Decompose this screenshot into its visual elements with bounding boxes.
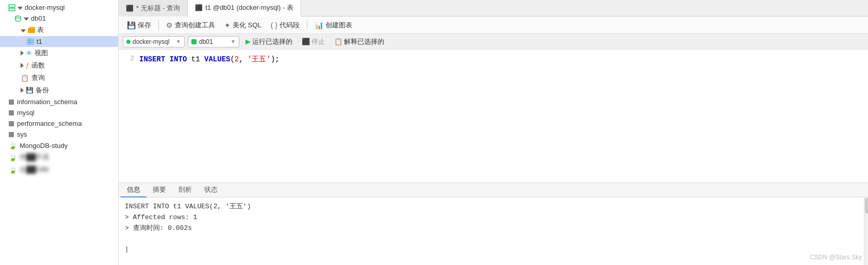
tab-bar: ⬛ * 无标题 - 查询 ⬛ t1 @db01 (docker-mysql) -…	[119, 0, 868, 16]
output-line-1: INSERT INTO t1 VALUES(2, '王五')	[125, 202, 862, 212]
db-gray-icon-4	[8, 131, 14, 138]
editor-area[interactable]: 2 INSERT INTO t1 VALUES(2, '王五');	[119, 49, 868, 183]
sidebar-item-blurred1[interactable]: 🍃 华██不境	[0, 151, 118, 163]
toolbar: 💾 保存 ⚙ 查询创建工具 ✦ 美化 SQL ( ) 代码段 📊 创建图表	[119, 16, 868, 34]
sidebar-item-docker-mysql[interactable]: docker-mysql	[0, 2, 118, 13]
snippet-label: 代码段	[280, 21, 300, 30]
conn-chevron-icon: ▼	[176, 39, 181, 44]
snippet-button[interactable]: ( ) 代码段	[267, 19, 304, 31]
create-chart-button[interactable]: 📊 创建图表	[310, 19, 356, 31]
sidebar-item-backup[interactable]: 💾 备份	[0, 84, 118, 96]
sidebar-label-blurred1: 华██不境	[20, 153, 49, 162]
sidebar-item-t1[interactable]: t1	[0, 36, 118, 47]
sidebar-item-tables[interactable]: 表	[0, 24, 118, 36]
db-status-dot	[191, 39, 196, 44]
keyword-insert: INSERT	[139, 55, 170, 63]
sidebar-item-mongodb-study[interactable]: 🍃 MongoDB-study	[0, 140, 118, 151]
svg-rect-11	[9, 132, 14, 137]
svg-rect-0	[9, 5, 15, 7]
bottom-tab-summary[interactable]: 摘要	[146, 183, 172, 197]
tab-t1-table[interactable]: ⬛ t1 @db01 (docker-mysql) - 表	[188, 0, 301, 16]
svg-point-2	[15, 16, 21, 18]
scrollbar-thumb[interactable]	[865, 198, 868, 213]
sidebar-item-views[interactable]: 👁 视图	[0, 47, 118, 59]
svg-rect-3	[28, 28, 35, 33]
tab-untitled[interactable]: ⬛ * 无标题 - 查询	[119, 0, 188, 16]
main-area: ⬛ * 无标题 - 查询 ⬛ t1 @db01 (docker-mysql) -…	[119, 0, 868, 265]
tri-right-func-icon	[21, 62, 24, 70]
save-button[interactable]: 💾 保存	[123, 19, 155, 31]
bottom-tab-profile[interactable]: 剖析	[172, 183, 198, 197]
num-val: 2	[235, 55, 239, 63]
sidebar-label-blurred2: 次██DIBI	[20, 165, 49, 174]
sidebar-label-functions: 函数	[31, 61, 45, 70]
db-gray-icon-2	[8, 110, 14, 116]
svg-rect-10	[9, 121, 14, 126]
sidebar-label-docker-mysql: docker-mysql	[25, 4, 64, 11]
output-line-2: > Affected rows: 1	[125, 212, 862, 223]
scrollbar-track[interactable]	[864, 197, 868, 265]
bottom-tab-status[interactable]: 状态	[198, 183, 224, 197]
code-line-1: INSERT INTO t1 VALUES(2, '王五');	[139, 54, 868, 65]
bottom-tabs: 信息 摘要 剖析 状态	[119, 183, 868, 197]
connection-select[interactable]: docker-mysql ▼	[123, 36, 185, 47]
sidebar-item-blurred2[interactable]: 🍃 次██DIBI	[0, 163, 118, 176]
create-chart-label: 创建图表	[325, 21, 352, 30]
watermark: CSDN @Stars.Sky	[810, 254, 862, 261]
toolbar-divider-1	[158, 20, 159, 30]
conn-status-dot	[126, 40, 130, 44]
query-tool-icon: ⚙	[166, 21, 173, 29]
sidebar-item-performance-schema[interactable]: performance_schema	[0, 118, 118, 129]
backup-icon: 💾	[26, 87, 34, 94]
snippet-icon: ( )	[271, 21, 277, 29]
svg-rect-4	[27, 38, 34, 45]
bottom-tab-info[interactable]: 信息	[121, 183, 146, 197]
sidebar-label-tables: 表	[37, 25, 44, 35]
query-icon: 📋	[21, 74, 29, 82]
query-tool-button[interactable]: ⚙ 查询创建工具	[162, 19, 219, 31]
bottom-content: INSERT INTO t1 VALUES(2, '王五') > Affecte…	[119, 197, 868, 265]
server-icon	[8, 4, 15, 11]
sidebar-item-functions[interactable]: ƒ 函数	[0, 59, 118, 72]
sidebar-label-db01: db01	[31, 14, 46, 22]
tri-down-db01-icon	[24, 14, 29, 22]
table-tab-icon: ⬛	[195, 4, 203, 11]
str-val: '王五'	[248, 55, 271, 63]
query-tab-icon: ⬛	[126, 5, 134, 12]
beautify-button[interactable]: ✦ 美化 SQL	[220, 19, 266, 31]
view-icon: 👁	[26, 49, 32, 57]
bottom-panel: 信息 摘要 剖析 状态 INSERT INTO t1 VALUES(2, '王五…	[119, 183, 868, 265]
sidebar-item-mysql[interactable]: mysql	[0, 107, 118, 118]
explain-button[interactable]: 📋 解释已选择的	[331, 36, 387, 47]
database-select[interactable]: db01 ▼	[188, 36, 239, 47]
svg-rect-9	[9, 110, 14, 115]
explain-icon: 📋	[334, 38, 342, 45]
cursor-line: |	[125, 244, 862, 255]
tri-right-backup-icon	[21, 87, 24, 94]
tri-right-views-icon	[21, 49, 24, 57]
sidebar-label-information-schema: information_schema	[17, 98, 77, 106]
sidebar-label-mysql: mysql	[17, 109, 35, 117]
sidebar-label-t1: t1	[37, 38, 42, 45]
run-button[interactable]: ▶ 运行已选择的	[242, 36, 296, 47]
bottom-tab-summary-label: 摘要	[153, 186, 166, 193]
tab-t1-label: t1 @db01 (docker-mysql) - 表	[205, 3, 293, 12]
keyword-into: INTO	[170, 55, 187, 63]
toolbar-divider-2	[307, 20, 307, 30]
line-number-1: 2	[119, 54, 134, 64]
db-chevron-icon: ▼	[231, 39, 236, 44]
connection-bar: docker-mysql ▼ db01 ▼ ▶ 运行已选择的 ⬛ 停止 📋 解释…	[119, 34, 868, 49]
query-tool-label: 查询创建工具	[175, 21, 215, 30]
line-numbers: 2	[119, 54, 139, 65]
sidebar-item-sys[interactable]: sys	[0, 129, 118, 140]
sidebar-item-db01[interactable]: db01	[0, 13, 118, 24]
sidebar-item-queries[interactable]: 📋 查询	[0, 72, 118, 84]
mongodb-icon-2: 🍃	[8, 153, 17, 161]
output-line-4	[125, 234, 862, 244]
database-icon	[14, 15, 22, 22]
function-icon: ƒ	[26, 62, 29, 69]
stop-button[interactable]: ⬛ 停止	[299, 36, 328, 47]
sidebar-label-backup: 备份	[36, 86, 49, 95]
sidebar-item-information-schema[interactable]: information_schema	[0, 96, 118, 107]
save-label: 保存	[138, 21, 151, 30]
